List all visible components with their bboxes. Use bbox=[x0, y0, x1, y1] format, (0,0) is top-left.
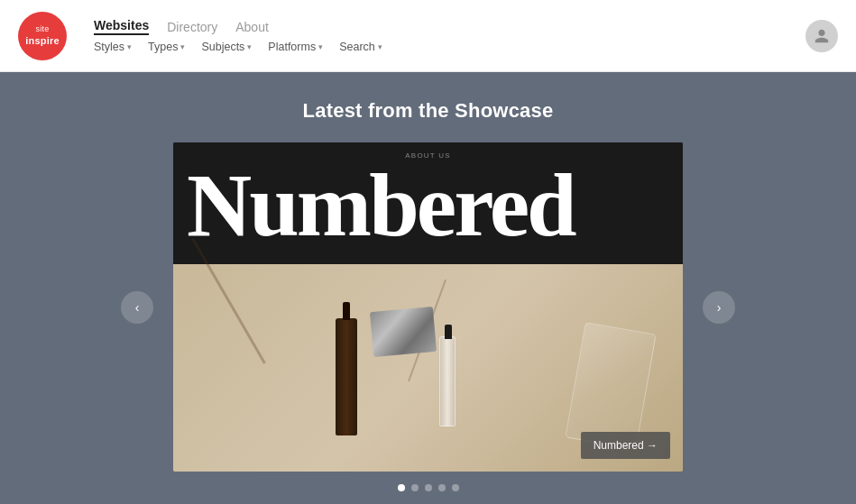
logo-line2: inspire bbox=[25, 34, 59, 47]
chevron-down-icon: ▾ bbox=[318, 42, 323, 51]
bottle-clear bbox=[439, 336, 456, 426]
logo-circle[interactable]: site inspire bbox=[18, 12, 67, 60]
dot-2[interactable] bbox=[411, 484, 419, 491]
nav-types[interactable]: Types ▾ bbox=[148, 41, 185, 53]
dot-4[interactable] bbox=[438, 484, 446, 491]
chevron-down-icon: ▾ bbox=[378, 42, 382, 51]
nav-about[interactable]: About bbox=[235, 20, 269, 34]
nav-top: Websites Directory About bbox=[94, 18, 805, 35]
chevron-down-icon: ▾ bbox=[127, 42, 132, 51]
slideshow-dots bbox=[398, 484, 459, 491]
slideshow: ‹ ABOUT US Numbered Numbered → bbox=[173, 142, 683, 472]
logo-line1: site bbox=[36, 24, 50, 35]
foil-piece bbox=[370, 307, 437, 357]
nav-styles[interactable]: Styles ▾ bbox=[94, 41, 132, 53]
chevron-left-icon: ‹ bbox=[135, 300, 140, 315]
next-slide-button[interactable]: › bbox=[703, 291, 735, 324]
chevron-down-icon: ▾ bbox=[247, 42, 252, 51]
user-avatar-button[interactable] bbox=[805, 20, 838, 52]
nav-search[interactable]: Search ▾ bbox=[339, 41, 382, 53]
dot-5[interactable] bbox=[452, 484, 459, 491]
dot-1[interactable] bbox=[398, 484, 405, 491]
showcase-title: Latest from the Showcase bbox=[303, 99, 554, 123]
prev-slide-button[interactable]: ‹ bbox=[121, 291, 153, 324]
chevron-down-icon: ▾ bbox=[180, 42, 185, 51]
slide-cta-button[interactable]: Numbered → bbox=[581, 432, 670, 459]
chevron-right-icon: › bbox=[717, 300, 722, 315]
nav-directory[interactable]: Directory bbox=[167, 20, 217, 34]
header: site inspire Websites Directory About St… bbox=[0, 0, 856, 72]
bottle-dark bbox=[336, 318, 357, 435]
nav-subjects[interactable]: Subjects ▾ bbox=[201, 41, 252, 53]
slide-background: ABOUT US Numbered Numbered → bbox=[173, 142, 683, 472]
nav-websites[interactable]: Websites bbox=[94, 18, 149, 35]
nav-platforms[interactable]: Platforms ▾ bbox=[268, 41, 323, 53]
glass-container bbox=[565, 322, 656, 450]
dot-3[interactable] bbox=[425, 484, 432, 491]
user-icon bbox=[814, 28, 830, 44]
slide-card: ABOUT US Numbered Numbered → bbox=[173, 142, 683, 472]
nav-bottom: Styles ▾ Types ▾ Subjects ▾ Platforms ▾ … bbox=[94, 41, 805, 53]
main-nav: Websites Directory About Styles ▾ Types … bbox=[94, 18, 805, 53]
dropper-shadow-1 bbox=[191, 238, 266, 364]
slide-cta-label: Numbered → bbox=[594, 439, 658, 452]
slide-title: Numbered bbox=[173, 160, 683, 251]
showcase-section: Latest from the Showcase ‹ ABOUT US Numb… bbox=[0, 72, 856, 504]
logo[interactable]: site inspire bbox=[18, 12, 67, 60]
